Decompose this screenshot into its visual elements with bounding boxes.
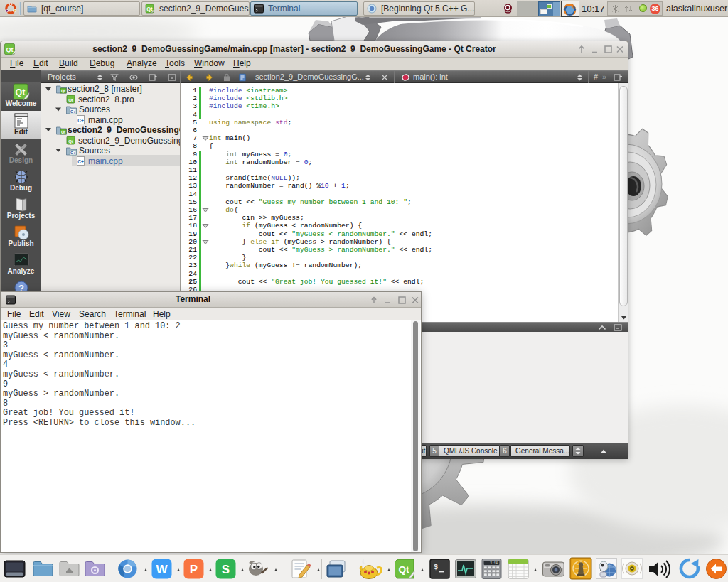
svg-text:C+: C+ (70, 151, 75, 155)
svg-text:P: P (190, 563, 198, 576)
svg-text:C+: C+ (77, 159, 84, 164)
svg-text:3.14: 3.14 (490, 561, 498, 565)
svg-text:Qt: Qt (15, 87, 26, 97)
svg-text:C+: C+ (77, 118, 84, 123)
svg-text:Qt: Qt (61, 130, 65, 134)
svg-text:Qt: Qt (68, 98, 73, 102)
svg-text:Qt: Qt (68, 139, 73, 144)
svg-text:W: W (156, 563, 168, 576)
svg-text:Qt: Qt (399, 564, 410, 575)
svg-text:C+: C+ (70, 109, 75, 114)
svg-text:Qt: Qt (61, 89, 65, 93)
svg-text:S: S (222, 563, 230, 576)
svg-text:$: $ (434, 564, 438, 571)
svg-text:Qt: Qt (146, 6, 153, 12)
